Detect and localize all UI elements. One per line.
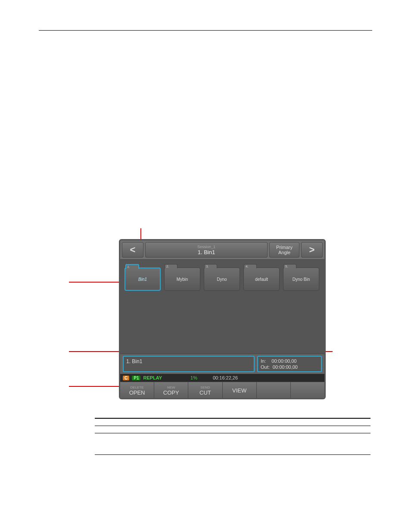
angle-line2: Angle xyxy=(278,250,290,255)
main-label: COPY xyxy=(163,389,179,396)
in-timecode: 00:00:00,00 xyxy=(271,358,296,364)
angle-button[interactable]: Primary Angle xyxy=(269,242,299,258)
callout-line-selname xyxy=(69,351,121,352)
table-row xyxy=(95,433,371,455)
cell xyxy=(112,426,172,433)
header-desc xyxy=(172,418,371,426)
copy-button[interactable]: NEW COPY xyxy=(154,382,188,399)
shift-label: NEW xyxy=(167,386,175,389)
header-label xyxy=(112,418,172,426)
library-screen: < Session_1 1. Bin1 Primary Angle > 1. B… xyxy=(119,239,326,399)
bin-folder-4[interactable]: 4. default xyxy=(243,268,280,291)
out-row: Out: 00:00:00,00 xyxy=(261,364,318,370)
in-label: In: xyxy=(261,358,266,364)
bin-folder-1[interactable]: 1. Bin1 xyxy=(125,268,161,291)
bin-number: 3. xyxy=(206,264,209,268)
bin-folder-5[interactable]: 5. Dyno Bin xyxy=(283,268,319,291)
cut-button[interactable]: SEND CUT xyxy=(188,382,222,399)
selection-row: 1. Bin1 In: 00:00:00,00 Out: 00:00:00,00 xyxy=(120,354,324,374)
c-badge: C xyxy=(123,376,129,380)
bin-label: Bin1 xyxy=(138,277,147,282)
bin-number: 5. xyxy=(285,264,288,268)
main-label: VIEW xyxy=(232,387,246,394)
bin-label: default xyxy=(255,277,268,282)
view-button[interactable]: VIEW xyxy=(223,382,257,399)
cell xyxy=(95,426,112,433)
selection-timecodes[interactable]: In: 00:00:00,00 Out: 00:00:00,00 xyxy=(257,356,322,372)
main-label: OPEN xyxy=(129,389,145,396)
callout-line-bin xyxy=(69,282,125,283)
selection-name: 1. Bin1 xyxy=(126,358,142,364)
bin-grid: 1. Bin1 2. Mybin 3. Dyno 4. default 5. xyxy=(120,259,324,354)
shift-label: DELETE xyxy=(131,386,144,389)
shift-label: SEND xyxy=(200,386,210,389)
table-row xyxy=(95,426,371,433)
out-label: Out: xyxy=(261,364,270,370)
header-num xyxy=(95,418,112,426)
cell xyxy=(172,426,371,433)
timecode-label: 00:16:22,26 xyxy=(213,375,238,380)
angle-line1: Primary xyxy=(276,245,293,250)
bin-folder-2[interactable]: 2. Mybin xyxy=(164,268,200,291)
replay-label: REPLAY xyxy=(143,375,162,380)
current-bin-label: 1. Bin1 xyxy=(198,249,215,255)
bin-number: 4. xyxy=(246,264,249,268)
bin-number: 1. xyxy=(127,265,130,269)
callout-line-buttons xyxy=(69,386,121,387)
percent-label: 1% xyxy=(190,375,197,380)
prev-button[interactable]: < xyxy=(122,242,143,258)
soft-buttons: DELETE OPEN NEW COPY SEND CUT VIEW xyxy=(120,382,324,399)
cell xyxy=(112,433,172,455)
main-label: CUT xyxy=(199,389,211,396)
selection-name-field[interactable]: 1. Bin1 xyxy=(123,356,255,372)
in-row: In: 00:00:00,00 xyxy=(261,358,318,364)
session-label: Session_1 xyxy=(197,245,215,249)
soft-button-5[interactable] xyxy=(257,382,291,399)
bin-label: Dyno xyxy=(217,277,227,282)
bin-row: 1. Bin1 2. Mybin 3. Dyno 4. default 5. xyxy=(125,263,320,291)
p1-badge: P1 xyxy=(132,376,140,380)
bin-label: Dyno Bin xyxy=(293,277,310,282)
title-box[interactable]: Session_1 1. Bin1 xyxy=(145,242,268,258)
cell xyxy=(95,433,112,455)
description-table xyxy=(95,418,371,455)
out-timecode: 00:00:00,00 xyxy=(273,364,298,370)
bin-folder-3[interactable]: 3. Dyno xyxy=(204,268,240,291)
chevron-right-icon: > xyxy=(309,244,315,255)
next-button[interactable]: > xyxy=(301,242,323,258)
soft-button-6[interactable] xyxy=(291,382,324,399)
top-bar: < Session_1 1. Bin1 Primary Angle > xyxy=(120,240,324,259)
open-button[interactable]: DELETE OPEN xyxy=(120,382,154,399)
status-bar: C P1 REPLAY 1% 00:16:22,26 xyxy=(120,374,324,382)
page-divider xyxy=(39,30,372,31)
callout-line-top xyxy=(140,228,141,240)
bin-label: Mybin xyxy=(177,277,188,282)
bin-number: 2. xyxy=(166,264,169,268)
chevron-left-icon: < xyxy=(130,244,136,255)
cell xyxy=(172,433,371,455)
